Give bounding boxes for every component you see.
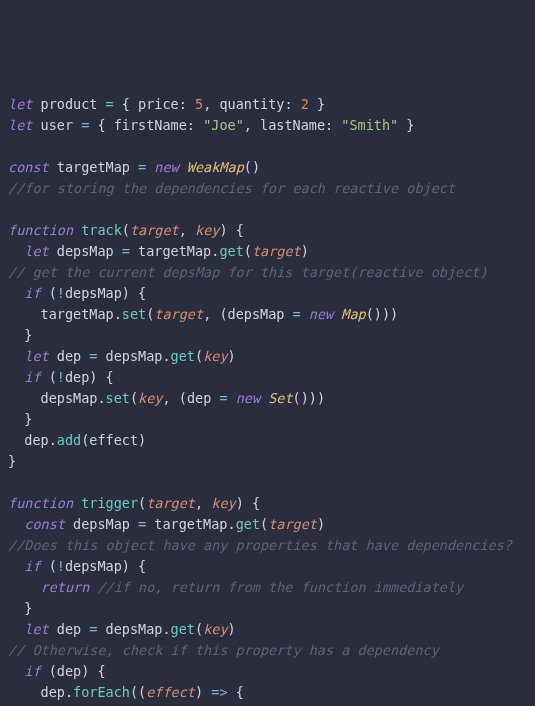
code-line: let dep = depsMap.get(key) [8,348,236,364]
code-line: } [8,327,32,343]
code-line: const targetMap = new WeakMap() [8,159,260,175]
code-line: depsMap.set(key, (dep = new Set())) [8,390,325,406]
code-line: function trigger(target, key) { [8,495,260,511]
code-line: } [8,411,32,427]
code-line: return //if no, return from the function… [8,579,463,595]
code-line: let product = { price: 5, quantity: 2 } [8,96,325,112]
code-comment: //for storing the dependencies for each … [8,180,455,196]
code-line: const depsMap = targetMap.get(target) [8,516,325,532]
code-line: let user = { firstName: "Joe", lastName:… [8,117,415,133]
code-line: } [8,600,32,616]
code-line: if (!depsMap) { [8,285,146,301]
code-line: if (dep) { [8,663,106,679]
code-line: if (!depsMap) { [8,558,146,574]
code-line: let dep = depsMap.get(key) [8,621,236,637]
code-line: if (!dep) { [8,369,114,385]
code-line: } [8,453,16,469]
code-line: function track(target, key) { [8,222,244,238]
code-comment: // Otherwise, check if this property has… [8,642,439,658]
code-line: targetMap.set(target, (depsMap = new Map… [8,306,398,322]
code-line: let depsMap = targetMap.get(target) [8,243,309,259]
code-line: dep.forEach((effect) => { [8,684,244,700]
code-comment: // get the current depsMap for this targ… [8,264,488,280]
code-block: let product = { price: 5, quantity: 2 } … [8,94,527,706]
code-line: dep.add(effect) [8,432,146,448]
code-comment: //Does this object have any properties t… [8,537,512,553]
